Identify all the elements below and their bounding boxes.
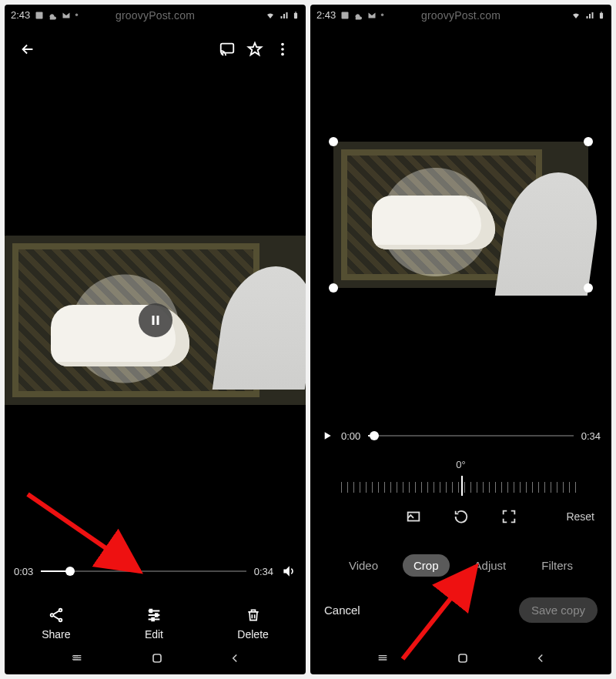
svg-rect-7 (152, 316, 154, 325)
svg-rect-21 (459, 654, 467, 662)
tab-crop[interactable]: Crop (403, 554, 450, 577)
viewer-actions: Share Edit Delete (5, 607, 306, 641)
status-bar: 2:43 • groovyPost.com (310, 8, 611, 22)
favorite-button[interactable] (241, 35, 269, 63)
android-navbar (310, 645, 611, 671)
cancel-button[interactable]: Cancel (324, 604, 360, 617)
cloud-icon (353, 11, 363, 20)
svg-rect-12 (149, 610, 152, 613)
tab-adjust[interactable]: Adjust (464, 554, 517, 577)
edit-button[interactable]: Edit (145, 607, 163, 641)
recents-button[interactable] (374, 652, 391, 664)
overflow-menu-button[interactable] (269, 35, 296, 63)
svg-rect-13 (156, 614, 158, 617)
annotation-arrow-edit (20, 487, 174, 613)
back-button[interactable] (14, 35, 42, 63)
editor-tabs: Video Crop Adjust Filters (310, 554, 611, 577)
svg-point-9 (59, 609, 62, 612)
time-current: 0:00 (341, 430, 360, 442)
crop-handle-tl[interactable] (329, 137, 338, 146)
svg-rect-2 (295, 12, 296, 12)
svg-rect-1 (294, 12, 297, 18)
aspect-ratio-button[interactable] (405, 508, 422, 525)
svg-rect-8 (156, 316, 159, 325)
back-nav-button[interactable] (228, 651, 242, 665)
rotation-degrees: 0° (310, 459, 611, 470)
svg-rect-0 (36, 12, 43, 18)
watermark: groovyPost.com (116, 9, 195, 22)
crop-frame[interactable] (333, 142, 588, 288)
cast-button[interactable] (213, 35, 241, 63)
pause-button[interactable] (139, 303, 172, 337)
signal-icon (279, 11, 290, 20)
svg-rect-17 (342, 12, 349, 18)
screenshot-left-viewer: 2:43 • groovyPost.com (5, 5, 306, 674)
rotate-button[interactable] (453, 508, 470, 525)
edit-label: Edit (145, 628, 163, 641)
android-navbar (5, 645, 306, 671)
svg-rect-18 (600, 12, 603, 18)
status-clock: 2:43 (11, 9, 30, 21)
svg-point-4 (281, 43, 284, 46)
svg-rect-14 (152, 618, 154, 621)
seek-bar[interactable]: 0:03 0:34 (14, 564, 296, 579)
svg-point-11 (59, 619, 62, 622)
time-duration: 0:34 (254, 566, 273, 577)
svg-point-10 (51, 614, 54, 617)
delete-button[interactable]: Delete (237, 607, 268, 641)
back-nav-button[interactable] (534, 651, 547, 665)
gmail-icon (367, 11, 377, 20)
tab-filters[interactable]: Filters (531, 554, 584, 577)
recents-button[interactable] (69, 652, 85, 664)
crop-tools: Reset (310, 508, 611, 525)
battery-icon (598, 10, 605, 21)
reset-button[interactable]: Reset (566, 510, 594, 523)
time-current: 0:03 (14, 566, 33, 577)
image-icon (340, 11, 350, 20)
watermark: groovyPost.com (421, 9, 500, 22)
svg-line-16 (28, 494, 139, 571)
volume-icon[interactable] (281, 564, 296, 579)
status-bar: 2:43 • groovyPost.com (5, 8, 306, 22)
crop-handle-bl[interactable] (329, 283, 338, 293)
crop-handle-br[interactable] (584, 283, 593, 293)
editor-bottombar: Cancel Save copy (310, 597, 611, 623)
wifi-icon (570, 11, 582, 20)
wifi-icon (264, 11, 276, 20)
home-button[interactable] (455, 651, 470, 666)
svg-point-5 (281, 48, 284, 51)
play-button[interactable] (321, 430, 333, 442)
battery-icon (292, 10, 300, 21)
time-duration: 0:34 (581, 430, 601, 442)
editor-seekbar[interactable]: 0:00 0:34 (321, 430, 601, 442)
video-preview[interactable] (5, 236, 306, 405)
svg-rect-15 (153, 654, 161, 662)
home-button[interactable] (149, 651, 165, 666)
save-copy-button[interactable]: Save copy (519, 597, 598, 623)
viewer-topbar (5, 31, 306, 68)
svg-point-6 (281, 53, 284, 56)
screenshot-right-crop-editor: 2:43 • groovyPost.com 0:00 (310, 5, 611, 674)
crop-handle-tr[interactable] (584, 137, 593, 146)
image-icon (35, 11, 44, 20)
svg-rect-19 (601, 12, 602, 12)
gmail-icon (61, 11, 72, 20)
delete-label: Delete (237, 628, 268, 641)
share-button[interactable]: Share (42, 607, 70, 641)
status-clock: 2:43 (316, 9, 336, 21)
rotation-ruler[interactable] (341, 476, 581, 497)
expand-button[interactable] (500, 508, 517, 525)
signal-icon (584, 11, 595, 20)
tab-video[interactable]: Video (338, 554, 389, 577)
share-label: Share (42, 628, 70, 641)
cloud-icon (47, 11, 58, 20)
